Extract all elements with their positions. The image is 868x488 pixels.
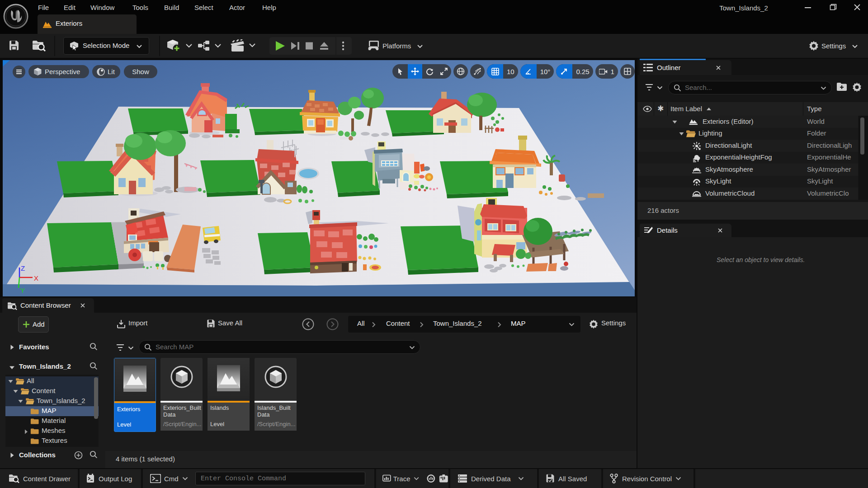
svg-text:Z: Z [21,264,25,272]
svg-text:X: X [34,274,38,282]
svg-text:Y: Y [20,286,25,294]
